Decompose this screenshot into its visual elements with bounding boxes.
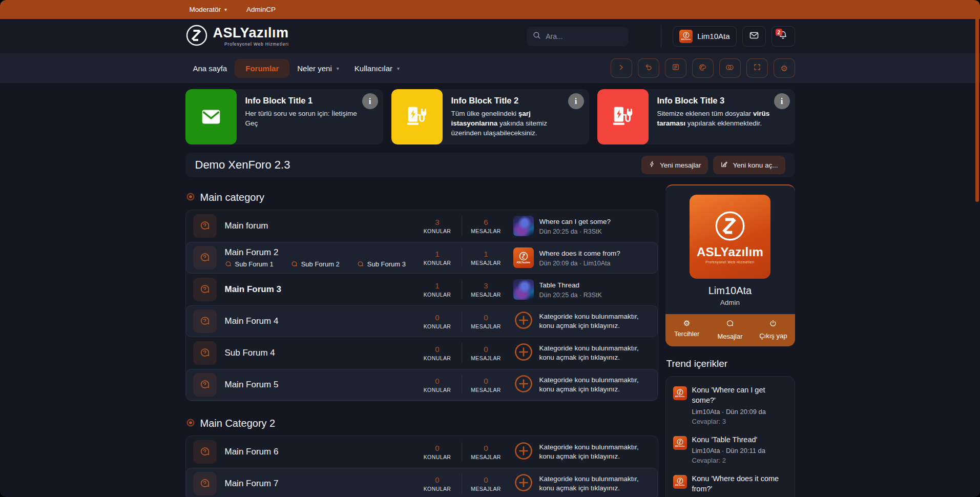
tool-nightmode-button[interactable] [719, 58, 741, 78]
form-list-icon [672, 63, 680, 73]
info-block-title: Info Block Title 3 [657, 96, 772, 106]
forum-row[interactable]: Main Forum 6 0KONULAR 0MESAJLAR Kategori… [186, 436, 658, 468]
forum-chat-icon [193, 341, 217, 365]
plus-circle-icon[interactable] [513, 310, 534, 333]
envelope-icon [185, 89, 237, 144]
empty-forum-text[interactable]: Kategoride konu bulunmamaktır,konu açmak… [539, 376, 639, 394]
trending-item[interactable]: ASLYazılım Konu 'Where can I get some?' … [673, 385, 787, 425]
nav-item-members[interactable]: Kullanıcılar ▾ [347, 59, 407, 78]
plus-circle-icon[interactable] [513, 472, 534, 495]
info-block-text: Tüm ülke genelindeki şarj istasyonlarına… [451, 109, 566, 138]
forum-name[interactable]: Main forum [225, 221, 418, 231]
category-heading[interactable]: Main category [185, 184, 658, 210]
trending-item-title[interactable]: Konu 'Table Thread' [692, 435, 766, 445]
tool-fullscreen-button[interactable] [746, 58, 768, 78]
toggle-icon [725, 63, 735, 74]
last-post-title[interactable]: Where does it come from? [539, 249, 620, 258]
last-post-title[interactable]: Table Thread [539, 281, 602, 290]
profile-avatar[interactable]: ASLYazılım Profesyonel Web Hizmetleri [690, 195, 770, 279]
admincp-link[interactable]: AdminCP [246, 6, 276, 13]
plus-circle-icon[interactable] [513, 374, 534, 396]
new-posts-button[interactable]: Yeni mesajlar [641, 156, 708, 174]
forum-name[interactable]: Main Forum 4 [225, 316, 418, 326]
info-icon[interactable]: i [362, 93, 378, 109]
info-block-text: Her türlü soru ve sorun için: İletişime … [245, 109, 360, 128]
trending-item[interactable]: ASLYazılım Konu 'Table Thread' Lim10Ata … [673, 435, 787, 465]
forum-row[interactable]: Main Forum 3 1KONULAR 3MESAJLAR Table Th… [186, 274, 658, 305]
forum-name[interactable]: Main Forum 2 [225, 247, 418, 258]
tool-settings-button[interactable]: ⚙ [774, 58, 795, 78]
messages-count: 6 [466, 218, 506, 226]
messages-button[interactable]: Mesajlar [708, 319, 752, 340]
forum-row[interactable]: Main Forum 5 0KONULAR 0MESAJLAR Kategori… [186, 369, 658, 401]
forum-name[interactable]: Main Forum 6 [225, 447, 418, 457]
forum-list-main-category-2: Main Forum 6 0KONULAR 0MESAJLAR Kategori… [185, 436, 658, 497]
forum-name[interactable]: Main Forum 5 [225, 380, 418, 390]
forum-chat-icon [193, 472, 217, 495]
info-icon[interactable]: i [568, 93, 584, 109]
subforum-link[interactable]: Sub Forum 1 [225, 260, 274, 268]
topics-count: 0 [418, 345, 457, 354]
category-heading[interactable]: Main Category 2 [185, 410, 658, 436]
nav-item-home[interactable]: Ana sayfa [185, 59, 235, 78]
forum-row[interactable]: Main forum 3KONULAR 6MESAJLAR Where can … [186, 210, 658, 242]
forum-row[interactable]: Main Forum 7 0KONULAR 0MESAJLAR Kategori… [186, 468, 658, 497]
forum-name[interactable]: Main Forum 7 [225, 479, 418, 489]
topics-count: 0 [418, 313, 457, 322]
plus-circle-icon[interactable] [513, 342, 534, 364]
forum-row[interactable]: Main Forum 4 0KONULAR 0MESAJLAR Kategori… [186, 305, 658, 337]
preferences-button[interactable]: ⚙ Tercihler [665, 319, 708, 340]
info-icon[interactable]: i [774, 93, 790, 109]
last-post-avatar[interactable] [513, 279, 534, 300]
last-post-avatar[interactable] [513, 216, 534, 236]
subforum-link[interactable]: Sub Forum 2 [291, 260, 340, 268]
new-thread-button[interactable]: Yeni konu aç... [713, 156, 785, 174]
forum-name[interactable]: Main Forum 3 [225, 284, 418, 295]
logo-subtitle: Profesyonel Web Hizmetleri [213, 42, 289, 47]
forum-name[interactable]: Sub Forum 4 [225, 348, 418, 358]
trending-item-title[interactable]: Konu 'Where does it come from?' [692, 474, 787, 494]
envelope-icon [749, 30, 759, 43]
search-input[interactable] [546, 32, 617, 40]
trending-item-title[interactable]: Konu 'Where can I get some?' [692, 385, 787, 405]
logout-button[interactable]: Çıkış yap [752, 319, 795, 340]
site-logo[interactable]: ASLYazılım Profesyonel Web Hizmetleri [185, 24, 289, 49]
notifications-button[interactable]: 2 [772, 26, 795, 47]
plus-circle-icon[interactable] [513, 441, 534, 463]
search-box[interactable] [527, 27, 628, 46]
nav-item-forums[interactable]: Forumlar [235, 59, 289, 78]
messages-button[interactable] [742, 26, 766, 47]
nav-item-whats-new[interactable]: Neler yeni ▾ [289, 59, 347, 78]
page-scrollbar[interactable] [975, 1, 979, 202]
forum-chat-icon [193, 440, 217, 464]
forum-row[interactable]: Main Forum 2 Sub Forum 1 Sub Forum 2 Sub… [186, 242, 658, 274]
empty-forum-text[interactable]: Kategoride konu bulunmamaktır,konu açmak… [539, 443, 639, 461]
trending-item[interactable]: ASLYazılım Konu 'Where does it come from… [673, 474, 787, 497]
bullseye-icon [186, 418, 195, 429]
tool-theme-button[interactable] [692, 58, 714, 78]
user-menu-button[interactable]: ASLYazılım Lim10Ata [673, 26, 736, 47]
empty-forum-text[interactable]: Kategoride konu bulunmamaktır,konu açmak… [539, 344, 639, 362]
messages-count: 0 [466, 444, 506, 452]
tool-undo-button[interactable] [638, 58, 659, 78]
tool-form-button[interactable] [665, 58, 686, 78]
empty-forum-text[interactable]: Kategoride konu bulunmamaktır,konu açmak… [539, 312, 639, 330]
trending-item-replies: Cevaplar: 2 [692, 457, 766, 464]
admin-toolbar: Moderatör ▾ AdminCP [0, 0, 980, 19]
trending-avatar: ASLYazılım [673, 386, 687, 400]
last-post-avatar[interactable]: ASLYazılım [513, 247, 534, 268]
profile-role: Admin [665, 299, 795, 306]
info-blocks-row: Info Block Title 1 Her türlü soru ve sor… [185, 89, 795, 144]
moderator-menu[interactable]: Moderatör ▾ [190, 6, 227, 13]
charging-station-icon [391, 89, 443, 144]
messages-count: 1 [466, 250, 506, 258]
gear-icon: ⚙ [683, 319, 690, 327]
forum-row[interactable]: Sub Forum 4 0KONULAR 0MESAJLAR Kategorid… [186, 337, 658, 369]
subforum-link[interactable]: Sub Forum 3 [357, 260, 406, 268]
page-title: Demo XenForo 2.3 [195, 158, 290, 172]
chevron-right-icon [617, 64, 625, 73]
last-post-title[interactable]: Where can I get some? [539, 217, 611, 226]
tool-expand-button[interactable] [611, 58, 632, 78]
empty-forum-text[interactable]: Kategoride konu bulunmamaktır,konu açmak… [539, 474, 639, 493]
profile-name: Lim10Ata [665, 285, 795, 297]
